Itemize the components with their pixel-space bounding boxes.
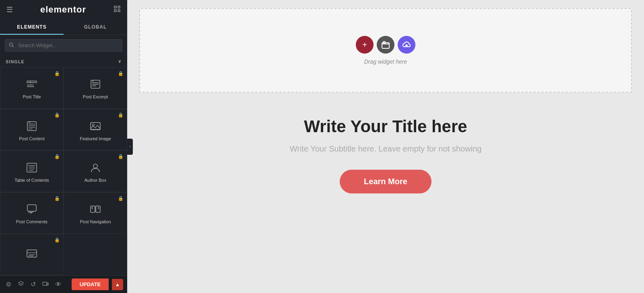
- widget-post-comments[interactable]: 🔒 Post Comments: [0, 192, 64, 234]
- learn-more-button[interactable]: Learn More: [340, 170, 431, 193]
- bottom-bar: ⚙ ↺ 👁 UPDATE ▲: [0, 275, 127, 293]
- widget-post-title[interactable]: 🔒 T Post Title: [0, 67, 64, 109]
- author-box-icon: [89, 161, 102, 174]
- svg-rect-3: [118, 10, 120, 12]
- grid-icon[interactable]: [114, 5, 121, 15]
- widget-featured-image[interactable]: 🔒 Featured Image: [64, 109, 127, 150]
- widget-grid: 🔒 T Post Title 🔒 ¶ Post Excerpt 🔒: [0, 67, 127, 275]
- svg-rect-6: [27, 81, 37, 83]
- canvas-area: + Drag widget here Write Your Title here…: [127, 0, 644, 293]
- tab-global[interactable]: GLOBAL: [64, 19, 127, 35]
- svg-rect-2: [114, 10, 116, 12]
- post-content-icon: ✎: [25, 120, 38, 133]
- svg-rect-21: [91, 123, 100, 130]
- drag-hint: Drag widget here: [364, 58, 407, 65]
- svg-point-22: [93, 124, 95, 126]
- add-template-button[interactable]: [377, 36, 394, 54]
- post-excerpt-icon: ¶: [89, 78, 102, 91]
- lock-icon: 🔒: [54, 196, 60, 201]
- settings-icon[interactable]: ⚙: [4, 279, 13, 290]
- post-comments-icon: [25, 203, 38, 216]
- widget-post-excerpt[interactable]: 🔒 ¶ Post Excerpt: [64, 67, 127, 109]
- widget-post-comments-label: Post Comments: [16, 219, 47, 224]
- svg-point-29: [93, 164, 97, 168]
- lock-icon: 🔒: [54, 71, 60, 76]
- svg-rect-0: [114, 6, 116, 8]
- update-button[interactable]: UPDATE: [72, 278, 109, 290]
- svg-rect-1: [118, 6, 120, 8]
- tab-elements[interactable]: ELEMENTS: [0, 19, 64, 35]
- update-arrow-button[interactable]: ▲: [112, 279, 123, 290]
- svg-text:✎: ✎: [28, 121, 31, 125]
- lock-icon: 🔒: [54, 237, 60, 243]
- svg-text:¶: ¶: [92, 80, 94, 83]
- hamburger-icon[interactable]: ☰: [6, 5, 13, 14]
- widget-post-navigation-label: Post Navigation: [80, 219, 111, 224]
- responsive-icon[interactable]: [41, 279, 50, 290]
- lock-icon: 🔒: [118, 71, 124, 76]
- add-section-button[interactable]: +: [356, 36, 374, 54]
- svg-point-4: [10, 43, 13, 46]
- elementor-logo: elementor: [40, 4, 86, 15]
- lock-icon: 🔒: [118, 196, 124, 201]
- svg-line-5: [12, 46, 14, 47]
- action-buttons: +: [356, 36, 415, 54]
- widget-table-of-contents[interactable]: 🔒 Table of Contents: [0, 150, 64, 192]
- section-label-single[interactable]: SINGLE ∨: [0, 56, 127, 67]
- search-input[interactable]: [5, 39, 122, 52]
- svg-rect-24: [27, 163, 37, 172]
- post-navigation-icon: [89, 203, 102, 216]
- content-subtitle: Write Your Subtitle here. Leave empty fo…: [290, 144, 482, 154]
- lock-icon: 🔒: [118, 112, 124, 118]
- lock-icon: 🔒: [54, 154, 60, 159]
- search-container: [0, 35, 127, 56]
- widget-post-navigation[interactable]: 🔒 Post Navigation: [64, 192, 127, 234]
- svg-rect-37: [43, 282, 47, 285]
- search-icon: [9, 42, 14, 49]
- collapse-handle[interactable]: ‹: [127, 139, 133, 155]
- sidebar-tabs: ELEMENTS GLOBAL: [0, 19, 127, 35]
- content-section: Write Your Title here Write Your Subtitl…: [127, 101, 644, 293]
- widget-author-box[interactable]: 🔒 Author Box: [64, 150, 127, 192]
- sidebar-header: ☰ elementor: [0, 0, 127, 19]
- widget-post-title-label: Post Title: [23, 94, 41, 100]
- layers-icon[interactable]: [16, 279, 26, 290]
- widget-post-content[interactable]: 🔒 ✎ Post Content: [0, 109, 64, 150]
- drop-zone[interactable]: + Drag widget here: [139, 8, 632, 93]
- sidebar: ☰ elementor ELEMENTS GLOBAL: [0, 0, 127, 293]
- widget-author-box-label: Author Box: [85, 177, 106, 183]
- section-label-text: SINGLE: [6, 59, 25, 64]
- widget-more[interactable]: 🔒: [0, 234, 64, 275]
- chevron-down-icon: ∨: [118, 59, 122, 64]
- lock-icon: 🔒: [118, 154, 124, 159]
- content-title: Write Your Title here: [304, 117, 467, 136]
- table-of-contents-icon: [25, 161, 38, 174]
- history-icon[interactable]: ↺: [29, 279, 37, 290]
- more-widget-icon: [25, 247, 38, 260]
- widget-post-content-label: Post Content: [19, 136, 45, 141]
- svg-rect-38: [47, 283, 48, 285]
- eye-icon[interactable]: 👁: [54, 279, 63, 290]
- featured-image-icon: [89, 120, 102, 133]
- add-cloud-button[interactable]: [398, 36, 415, 54]
- widget-featured-image-label: Featured Image: [80, 136, 111, 141]
- svg-marker-36: [19, 281, 23, 284]
- widget-post-excerpt-label: Post Excerpt: [83, 94, 108, 100]
- widget-table-of-contents-label: Table of Contents: [14, 177, 49, 183]
- svg-text:T: T: [29, 81, 31, 84]
- post-title-icon: T: [25, 78, 38, 91]
- lock-icon: 🔒: [54, 112, 60, 118]
